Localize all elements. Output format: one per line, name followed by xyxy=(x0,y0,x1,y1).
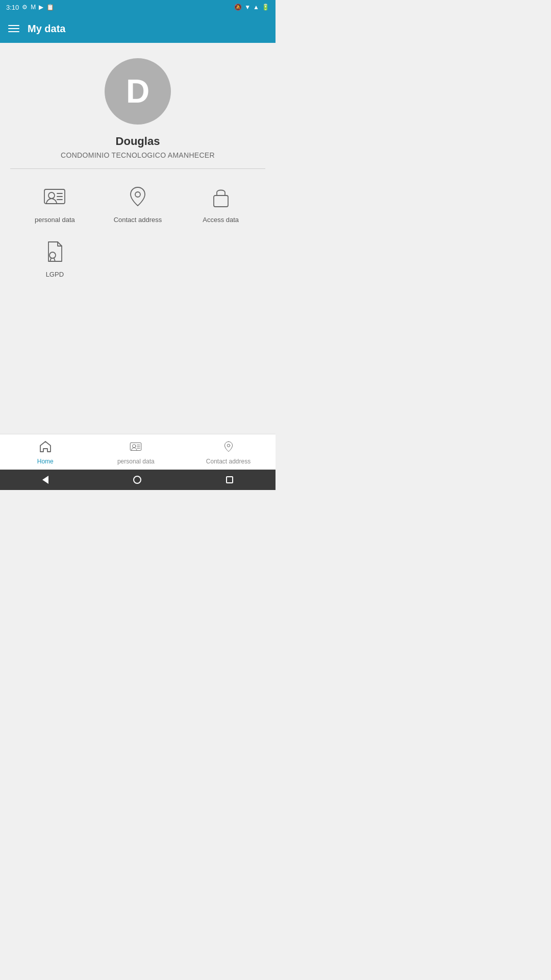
back-button[interactable] xyxy=(42,476,48,484)
nav-item-personal-data[interactable]: personal data xyxy=(115,439,156,465)
divider xyxy=(10,168,265,169)
status-time: 3:10 xyxy=(6,4,19,11)
home-icon xyxy=(38,439,53,456)
status-bar: 3:10 ⚙ M ▶ 📋 🔕 ▼ ▲ 🔋 xyxy=(0,0,276,14)
recent-button[interactable] xyxy=(226,476,233,483)
menu-item-access-data[interactable]: Access data xyxy=(181,181,260,224)
battery-icon: 🔋 xyxy=(262,4,269,11)
signal-icon: ▲ xyxy=(253,4,259,11)
mute-icon: 🔕 xyxy=(234,4,242,11)
settings-icon: ⚙ xyxy=(22,4,28,11)
play-icon: ▶ xyxy=(39,4,43,11)
svg-rect-6 xyxy=(214,195,228,207)
android-nav-bar xyxy=(0,470,276,490)
svg-point-1 xyxy=(48,192,55,199)
nav-location-pin-icon xyxy=(221,439,236,456)
avatar-letter: D xyxy=(126,72,149,110)
bottom-nav: Home personal data Contact address xyxy=(0,434,276,470)
menu-item-contact-address[interactable]: Contact address xyxy=(98,181,178,224)
menu-label-contact-address: Contact address xyxy=(114,216,162,224)
avatar: D xyxy=(105,58,171,125)
menu-label-lgpd: LGPD xyxy=(46,271,64,278)
location-pin-icon xyxy=(122,181,153,212)
menu-item-personal-data[interactable]: personal data xyxy=(15,181,94,224)
gmail-icon: M xyxy=(31,4,36,11)
menu-item-lgpd[interactable]: LGPD xyxy=(15,236,94,278)
nav-id-card-icon xyxy=(129,439,143,456)
wifi-icon: ▼ xyxy=(244,4,251,11)
menu-label-access-data: Access data xyxy=(203,216,239,224)
menu-label-personal-data: personal data xyxy=(35,216,75,224)
user-name: Douglas xyxy=(116,135,160,148)
nav-label-personal-data: personal data xyxy=(117,458,155,465)
page-title: My data xyxy=(28,23,65,35)
app-bar: My data xyxy=(0,14,276,43)
home-button[interactable] xyxy=(133,476,141,484)
svg-point-11 xyxy=(133,444,136,447)
id-card-icon xyxy=(39,181,70,212)
menu-grid: personal data Contact address Access dat… xyxy=(10,181,265,278)
nav-label-contact-address: Contact address xyxy=(206,458,251,465)
svg-point-15 xyxy=(227,444,230,447)
svg-point-7 xyxy=(49,252,56,258)
main-content: D Douglas CONDOMINIO TECNOLOGICO AMANHEC… xyxy=(0,43,276,434)
nav-label-home: Home xyxy=(37,458,54,465)
lock-icon xyxy=(206,181,236,212)
user-organization: CONDOMINIO TECNOLOGICO AMANHECER xyxy=(61,151,215,159)
nav-item-contact-address[interactable]: Contact address xyxy=(206,439,251,465)
certificate-icon xyxy=(39,236,70,266)
nav-item-home[interactable]: Home xyxy=(25,439,66,465)
clipboard-icon: 📋 xyxy=(46,4,54,11)
menu-button[interactable] xyxy=(8,25,19,32)
svg-point-5 xyxy=(135,192,140,197)
